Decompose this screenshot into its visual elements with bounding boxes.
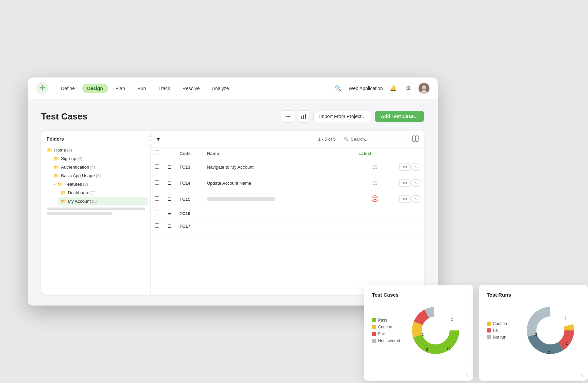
- nav-analyze[interactable]: Analyze: [207, 84, 234, 93]
- svg-text:2: 2: [426, 347, 428, 352]
- legend-pass-label: Pass: [378, 318, 387, 323]
- drag-handle-tc17[interactable]: ☰: [163, 220, 176, 232]
- import-button[interactable]: Import From Project...: [313, 111, 371, 122]
- th-drag: [163, 148, 176, 159]
- folder-basic-icon: 📁: [54, 173, 59, 178]
- folder-myaccount-count: (5): [92, 199, 97, 204]
- folder-tree: 📁 Home (0) 📁 Sign-up (4): [41, 144, 150, 218]
- nav-track[interactable]: Track: [153, 84, 175, 93]
- legend-caution-dot: [372, 325, 376, 329]
- svg-text:1: 1: [564, 317, 566, 321]
- folder-myaccount[interactable]: 📂 My Account (5): [58, 197, 148, 205]
- folder-auth-icon: 📁: [54, 165, 59, 170]
- legend-not-covered-dot: [372, 339, 376, 343]
- folder-basic-count: (3): [96, 173, 101, 178]
- folder-signup[interactable]: 📁 Sign-up (4): [48, 154, 150, 163]
- app-logo[interactable]: ✛: [36, 82, 48, 95]
- page-title: Test Cases: [41, 111, 87, 122]
- svg-rect-8: [413, 136, 415, 141]
- drag-handle-tc16[interactable]: ☰: [163, 207, 176, 220]
- folder-features[interactable]: ▪ 📁 Features (0): [48, 180, 150, 188]
- gear-icon[interactable]: ⚙: [404, 84, 413, 93]
- charts-overlay: Test Cases Pass Caution Fail: [364, 285, 588, 381]
- folder-basic-app[interactable]: 📁 Basic App Usage (3): [48, 171, 150, 180]
- status-tc17: [354, 220, 395, 232]
- legend-tr-fail: Fail: [487, 328, 518, 333]
- nav-design[interactable]: Design: [82, 84, 108, 93]
- row-check-tc16[interactable]: [155, 211, 159, 215]
- search-box[interactable]: 🔍: [340, 135, 408, 143]
- th-latest[interactable]: Latest: [354, 148, 395, 159]
- more-tc13[interactable]: •••: [399, 163, 411, 171]
- status-tc14: ☺: [354, 175, 395, 191]
- table-toolbar: ▼ 1 - 5 of 5 🔍: [151, 131, 424, 148]
- add-test-case-button[interactable]: Add Test Case...: [375, 111, 424, 122]
- status-pass-icon: ☺: [371, 179, 379, 187]
- legend-fail-dot: [372, 332, 376, 336]
- folder-signup-icon: 📁: [54, 156, 59, 161]
- select-all-checkbox[interactable]: [155, 151, 159, 155]
- row-actions-tc13: ••• ›: [399, 163, 420, 171]
- search-input[interactable]: [351, 137, 405, 142]
- nav-define[interactable]: Define: [56, 84, 80, 93]
- row-check-tc17[interactable]: [155, 223, 159, 228]
- bell-icon[interactable]: 🔔: [388, 84, 398, 93]
- project-name[interactable]: Web Application: [348, 86, 383, 91]
- folder-home[interactable]: 📁 Home (0): [41, 146, 150, 154]
- user-avatar[interactable]: [419, 83, 429, 94]
- name-tc13: Navigate to My Account: [203, 159, 355, 175]
- open-tc15[interactable]: ›: [412, 195, 420, 203]
- navbar: ✛ Define Design Plan Run Track Resolve A…: [28, 77, 438, 99]
- svg-point-14: [422, 317, 449, 344]
- svg-text:1: 1: [451, 317, 453, 322]
- name-tc16: [203, 207, 355, 220]
- row-check-tc13[interactable]: [155, 164, 159, 169]
- more-tc14[interactable]: •••: [399, 179, 411, 187]
- nav-plan[interactable]: Plan: [111, 84, 130, 93]
- legend-tr-not-run: Not run: [487, 335, 518, 340]
- folder-basic-label: Basic App Usage: [61, 173, 95, 178]
- name-tc17: [203, 220, 355, 232]
- filter-icon[interactable]: ▼: [156, 137, 161, 142]
- table-row: ☰ TC16: [151, 207, 424, 220]
- row-check-tc14[interactable]: [155, 180, 159, 185]
- code-tc15: TC15: [176, 191, 203, 207]
- sidebar-collapse-button[interactable]: ‹: [146, 136, 155, 146]
- legend-fail: Fail: [372, 331, 403, 336]
- folder-features-icon: 📁: [57, 182, 63, 187]
- folder-authentication[interactable]: 📁 Authentication (4): [48, 163, 150, 171]
- name-tc15: [203, 191, 355, 207]
- legend-tr-not-run-label: Not run: [493, 335, 506, 340]
- folder-signup-label: Sign-up: [61, 156, 77, 161]
- folder-home-icon: 📁: [47, 147, 52, 153]
- folder-dashboard-icon: 📁: [60, 190, 66, 195]
- folder-features-count: (0): [83, 182, 88, 187]
- open-tc13[interactable]: ›: [412, 163, 420, 171]
- page-header: Test Cases ••• Import From Project... Ad…: [41, 110, 424, 123]
- column-toggle[interactable]: [412, 136, 419, 143]
- svg-rect-5: [301, 116, 302, 119]
- code-tc17: TC17: [176, 220, 203, 232]
- more-options-button[interactable]: •••: [282, 110, 294, 123]
- folder-home-count: (0): [67, 148, 72, 153]
- th-actions: [395, 148, 424, 159]
- drag-handle-tc15[interactable]: ☰: [163, 191, 176, 207]
- test-runs-chart-title: Test Runs: [487, 292, 580, 298]
- search-icon[interactable]: 🔍: [333, 84, 343, 93]
- more-tc15[interactable]: •••: [399, 195, 411, 203]
- svg-point-23: [537, 317, 564, 344]
- svg-text:12: 12: [446, 347, 450, 351]
- folder-children-root: 📁 Sign-up (4) 📁 Authentication (4) 📁: [41, 154, 150, 205]
- folder-dashboard[interactable]: 📁 Dashboard (1): [55, 188, 150, 197]
- chart-button[interactable]: [298, 110, 310, 123]
- svg-text:2: 2: [535, 332, 537, 337]
- drag-handle-tc13[interactable]: ☰: [163, 159, 176, 175]
- row-check-tc15[interactable]: [155, 196, 159, 201]
- legend-caution-label: Caution: [378, 325, 392, 329]
- drag-handle-tc14[interactable]: ☰: [163, 175, 176, 191]
- nav-run[interactable]: Run: [133, 84, 151, 93]
- main-window: ✛ Define Design Plan Run Track Resolve A…: [28, 77, 438, 306]
- legend-pass: Pass: [372, 318, 403, 323]
- nav-resolve[interactable]: Resolve: [178, 84, 205, 93]
- open-tc14[interactable]: ›: [412, 179, 420, 187]
